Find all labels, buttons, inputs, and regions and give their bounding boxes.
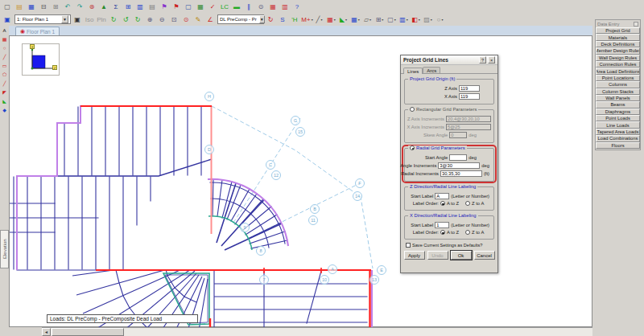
tab-lines[interactable]: Lines [403, 68, 423, 74]
undo-icon[interactable]: ↶ [63, 2, 73, 12]
check-red-icon[interactable]: ✓ [208, 2, 218, 12]
slash-tool-icon[interactable]: ╱ [1, 80, 8, 88]
grid-bubble[interactable]: 14 [353, 191, 362, 201]
line-tool-icon[interactable]: ╱ [1, 54, 8, 61]
iso-view-button[interactable]: Iso [85, 14, 95, 25]
radial-grid-radio[interactable] [410, 145, 415, 150]
grid-bubble[interactable]: E [377, 265, 386, 275]
model-icon[interactable]: ▲ [99, 2, 109, 12]
plan-view-button[interactable]: Pln [97, 14, 107, 25]
zoom-out-icon[interactable]: ⊖ [157, 14, 167, 25]
globe-icon[interactable]: ⊛ [87, 2, 97, 12]
text-tool-icon[interactable]: A [1, 27, 8, 35]
z-axis-origin-input[interactable] [459, 85, 480, 92]
ok-button[interactable]: Ok [451, 251, 472, 260]
grid-tool-icon[interactable]: ⊞▾ [374, 14, 385, 25]
data-entry-item[interactable]: Diaphragms [596, 109, 640, 115]
grid-bubble[interactable]: 15 [295, 127, 305, 137]
data-entry-item[interactable]: Member Design Rules [596, 47, 640, 54]
grid-bubble[interactable]: G [291, 116, 300, 125]
elevation-tab[interactable]: Elevation [0, 230, 9, 268]
panel-icon[interactable]: ▥ [135, 2, 146, 12]
z-order-za-radio[interactable] [465, 201, 470, 206]
data-entry-item[interactable]: Beams [596, 101, 640, 108]
grid-bubble[interactable]: C [266, 160, 275, 170]
apply-button[interactable]: Apply [404, 251, 425, 260]
tab-arcs[interactable]: Arcs [423, 67, 440, 73]
grid-bubble[interactable]: 9 [240, 223, 250, 232]
chevron-down-icon[interactable]: ▼ [61, 15, 68, 23]
camera-icon[interactable]: ▣ [72, 14, 83, 25]
z-increments-input[interactable] [446, 116, 491, 122]
save-defaults-checkbox[interactable] [406, 243, 411, 248]
green-bar-icon[interactable]: ▬ [232, 2, 242, 12]
grid-bubble[interactable]: 11 [308, 215, 318, 225]
x-order-za-radio[interactable] [465, 230, 470, 235]
data-entry-item[interactable]: Load Combinations [596, 135, 640, 141]
steel-tool-icon[interactable]: S [278, 14, 288, 25]
data-entry-item[interactable]: Wall Design Rules [596, 55, 640, 61]
start-angle-input[interactable] [449, 154, 467, 161]
help-icon[interactable]: ? [292, 2, 303, 12]
lc-icon[interactable]: LC [220, 2, 230, 12]
chevron-down-icon[interactable]: ▼ [259, 15, 265, 23]
help-icon[interactable]: ? [479, 56, 486, 64]
grid-bubble[interactable]: 7 [259, 275, 269, 285]
open-icon[interactable]: ▤ [14, 2, 25, 12]
data-entry-item[interactable]: Materials [596, 34, 640, 40]
grid-bubble[interactable]: B [310, 204, 320, 214]
rotate-cw-icon[interactable]: ↻ [109, 14, 119, 25]
grid-bubble[interactable]: F [355, 178, 365, 188]
box-tool-icon[interactable]: ▢▾ [386, 14, 397, 25]
save-icon[interactable]: ▦ [27, 2, 37, 12]
tab-floor-plan-1[interactable]: ◉ Floor Plan 1 [15, 27, 60, 35]
circle-tool-icon[interactable]: ○ [1, 45, 8, 52]
sigma-icon[interactable]: Σ [111, 2, 122, 12]
pause-icon[interactable]: ∥ [244, 2, 254, 12]
x-axis-origin-input[interactable] [459, 93, 480, 100]
data-entry-item[interactable]: Deck Definitions [596, 41, 640, 47]
plot-icon[interactable]: ∠ [205, 14, 216, 25]
data-entry-item[interactable]: Wall Panels [596, 95, 640, 101]
grid-add-icon[interactable]: ⊞ [123, 2, 134, 12]
deck-blue-icon[interactable]: ▦▾ [350, 14, 361, 25]
deck-green-icon[interactable]: ◣▾ [338, 14, 349, 25]
scroll-left-icon[interactable]: ◄ [42, 328, 51, 336]
angle-increments-input[interactable] [438, 162, 480, 169]
refresh-red-icon[interactable]: ↻ [266, 14, 276, 25]
beam-tool-icon[interactable]: 'H [290, 14, 300, 25]
rotate-ccw-icon[interactable]: ↺ [121, 14, 131, 25]
x-start-input[interactable] [435, 222, 449, 228]
load-case-combo[interactable]: DL PreComp - Pr▼ [217, 14, 264, 24]
zoom-in-icon[interactable]: ⊕ [145, 14, 155, 25]
print-icon[interactable]: ⊟ [39, 2, 49, 12]
poly-tool-icon[interactable]: ▱▾ [362, 14, 373, 25]
grid-bubble[interactable]: 10 [320, 275, 329, 285]
table-red-icon[interactable]: ▦ [268, 2, 279, 12]
data-entry-item[interactable]: Connection Rules [596, 61, 640, 68]
grid-bubble[interactable]: 8 [256, 246, 266, 256]
grid-bubble[interactable]: H [204, 92, 214, 101]
data-entry-item[interactable]: Columns [596, 81, 640, 88]
move-tool-icon[interactable]: ◣ [1, 98, 8, 105]
redo-icon[interactable]: ↷ [75, 2, 85, 12]
grid-bubble[interactable]: 13 [369, 275, 379, 285]
rectangular-grid-radio[interactable] [410, 107, 415, 112]
undo-button[interactable]: Undo [427, 251, 448, 260]
z-start-input[interactable] [435, 193, 449, 199]
wall-icon[interactable]: ▤ [147, 2, 158, 12]
zoom-doc-icon[interactable]: ⊙ [256, 2, 266, 12]
table-green-icon[interactable]: ▦ [196, 2, 206, 12]
member-tool-icon[interactable]: M+▾ [302, 14, 312, 25]
table-red2-icon[interactable]: ▥ [280, 2, 291, 12]
copy-icon[interactable]: ⊞ [51, 2, 61, 12]
data-entry-item[interactable]: Point Locations [596, 75, 640, 81]
scrollbar-thumb[interactable] [52, 328, 124, 336]
new-icon[interactable]: ▢ [2, 2, 13, 12]
view-cube-icon[interactable]: ▣ [2, 14, 13, 25]
dialog-title-bar[interactable]: Project Grid Lines ? × [401, 55, 497, 65]
close-icon[interactable]: × [488, 56, 495, 64]
floor-plan-canvas[interactable]: HDG15C12F14B1198710AE13 X Z [9, 35, 592, 327]
x-increments-input[interactable] [446, 124, 491, 130]
flag-purple-icon[interactable]: ⚑ [159, 2, 170, 12]
